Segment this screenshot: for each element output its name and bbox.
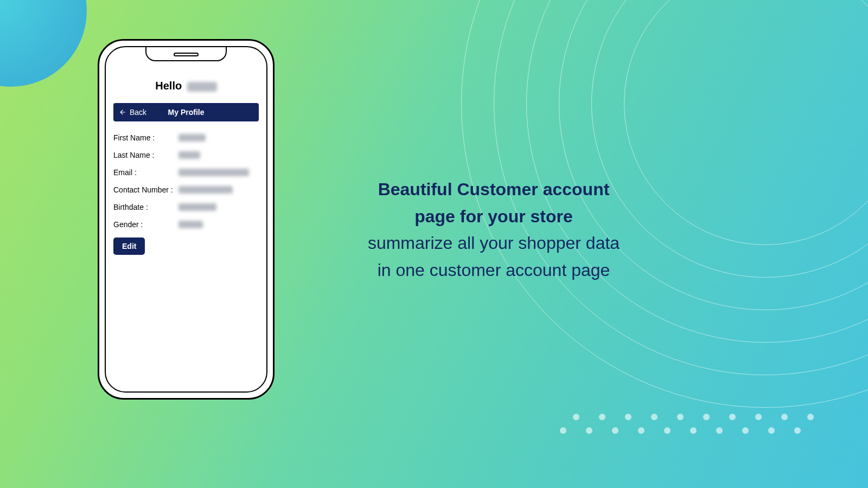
first-name-label: First Name : xyxy=(113,133,178,142)
greeting-name-redacted xyxy=(187,82,217,92)
back-arrow-icon xyxy=(119,108,126,116)
birthdate-label: Birthdate : xyxy=(113,203,178,211)
phone-speaker xyxy=(174,53,199,56)
back-button[interactable]: Back xyxy=(113,108,146,117)
profile-fields: First Name : Last Name : Email : Contact… xyxy=(113,129,259,233)
greeting: Hello xyxy=(113,80,259,92)
decor-dots-bottom-row2 xyxy=(560,427,801,434)
headline-line2: page for your store xyxy=(326,203,662,230)
phone-mockup: Hello Back My Profile First Name : xyxy=(98,39,275,400)
field-first-name: First Name : xyxy=(113,129,259,146)
greeting-prefix: Hello xyxy=(155,80,182,92)
gender-value-redacted xyxy=(178,221,203,228)
decor-dots-bottom-row1 xyxy=(573,414,814,420)
headline-line1: Beautiful Customer account xyxy=(326,176,662,203)
field-birthdate: Birthdate : xyxy=(113,198,259,216)
decor-dots-left xyxy=(54,214,65,322)
profile-titlebar: Back My Profile xyxy=(113,103,259,121)
back-label: Back xyxy=(130,108,146,117)
decor-circle-top-left xyxy=(0,0,87,87)
field-contact: Contact Number : xyxy=(113,181,259,198)
field-email: Email : xyxy=(113,164,259,181)
first-name-value-redacted xyxy=(178,134,206,142)
gender-label: Gender : xyxy=(113,220,178,229)
last-name-label: Last Name : xyxy=(113,151,178,159)
edit-button[interactable]: Edit xyxy=(113,237,145,255)
phone-notch xyxy=(145,47,227,61)
decor-dots-center xyxy=(291,33,302,150)
promo-slide: Hello Back My Profile First Name : xyxy=(0,0,868,488)
birthdate-value-redacted xyxy=(178,203,216,211)
email-label: Email : xyxy=(113,168,178,177)
field-last-name: Last Name : xyxy=(113,146,259,164)
contact-value-redacted xyxy=(178,186,233,194)
sub-line1: summarize all your shopper data xyxy=(326,230,662,257)
titlebar-title: My Profile xyxy=(168,108,205,117)
email-value-redacted xyxy=(178,169,249,176)
contact-label: Contact Number : xyxy=(113,185,178,194)
phone-screen: Hello Back My Profile First Name : xyxy=(106,63,266,391)
sub-line2: in one customer account page xyxy=(326,257,662,284)
field-gender: Gender : xyxy=(113,216,259,233)
last-name-value-redacted xyxy=(178,151,200,159)
marketing-copy: Beautiful Customer account page for your… xyxy=(326,176,662,284)
